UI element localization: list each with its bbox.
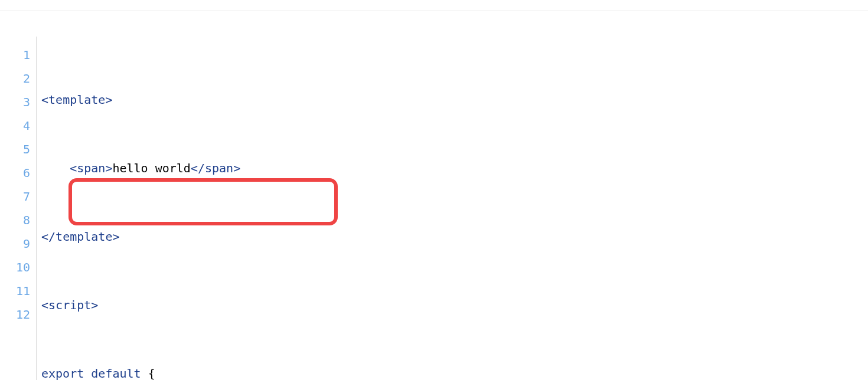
tag-open-bracket: < <box>41 298 48 312</box>
line-number: 2 <box>0 67 30 91</box>
tag-close-bracket: > <box>233 161 240 175</box>
code-line[interactable]: </template> <box>41 225 262 249</box>
text-content: hello world <box>112 161 190 175</box>
tag-name: span <box>205 161 233 175</box>
code-content[interactable]: <template> <span>hello world</span> </te… <box>37 37 262 380</box>
keyword: default <box>91 366 141 380</box>
line-number: 9 <box>0 232 30 256</box>
line-number: 1 <box>0 44 30 67</box>
tag-name: template <box>56 230 112 244</box>
tag-open-bracket: < <box>41 93 48 107</box>
tag-close-bracket: > <box>105 161 112 175</box>
tag-name: script <box>48 298 91 312</box>
tag-close-bracket: > <box>91 298 98 312</box>
line-number: 4 <box>0 114 30 138</box>
tag-close-bracket: > <box>112 230 119 244</box>
line-number: 6 <box>0 162 30 185</box>
code-text: { <box>141 366 155 380</box>
code-line[interactable]: <script> <box>41 294 262 317</box>
tag-name: template <box>48 93 105 107</box>
code-line[interactable]: export default { <box>41 362 262 380</box>
line-number: 3 <box>0 91 30 114</box>
indent <box>41 161 70 175</box>
line-number: 7 <box>0 185 30 209</box>
line-number: 8 <box>0 209 30 232</box>
tag-open-bracket: </ <box>41 230 56 244</box>
line-number: 11 <box>0 280 30 303</box>
line-number: 10 <box>0 256 30 280</box>
tag-close-bracket: > <box>105 93 112 107</box>
tag-open-bracket: < <box>70 161 77 175</box>
tag-name: span <box>77 161 105 175</box>
tag-open-bracket: </ <box>191 161 205 175</box>
space <box>84 366 91 380</box>
line-number: 5 <box>0 138 30 162</box>
code-editor[interactable]: 1 2 3 4 5 6 7 8 9 10 11 12 <template> <s… <box>0 0 868 380</box>
keyword: export <box>41 366 84 380</box>
line-number-gutter: 1 2 3 4 5 6 7 8 9 10 11 12 <box>0 37 37 380</box>
code-line[interactable]: <span>hello world</span> <box>41 157 262 181</box>
code-line[interactable]: <template> <box>41 89 262 112</box>
line-number: 12 <box>0 303 30 327</box>
